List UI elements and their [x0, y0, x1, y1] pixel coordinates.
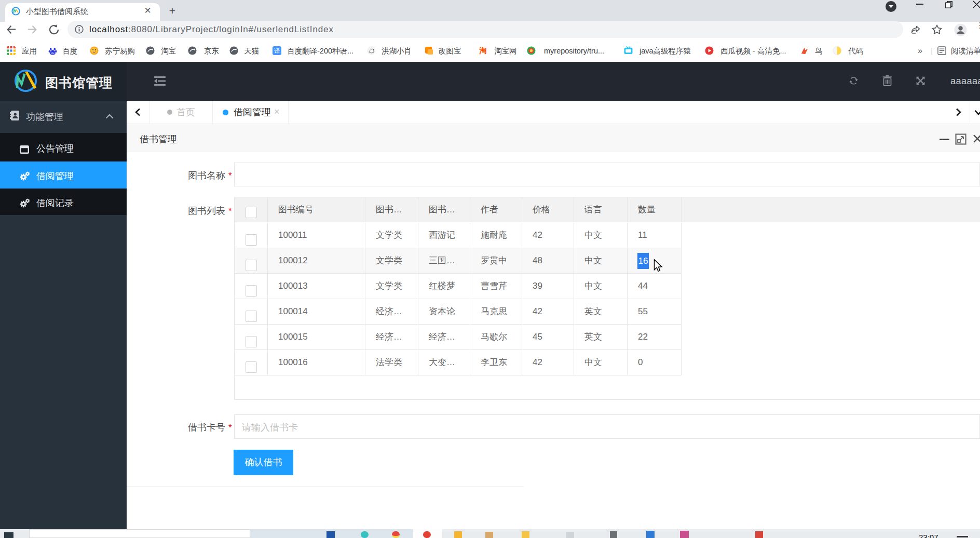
svg-text:译: 译: [274, 48, 280, 54]
svg-text:淘: 淘: [479, 46, 486, 55]
svg-text:du: du: [51, 51, 54, 55]
